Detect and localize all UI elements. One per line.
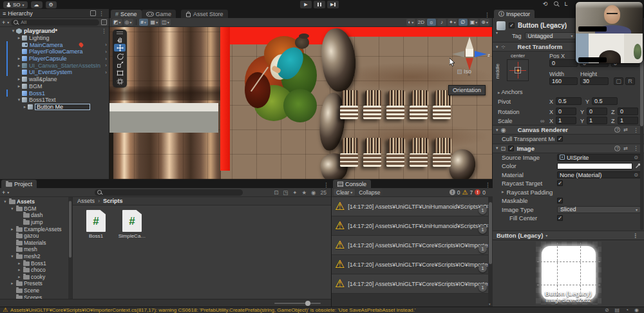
status-icon-collab[interactable]: ◉ — [634, 307, 639, 313]
folder-item-mesh[interactable]: mesh — [0, 246, 72, 253]
gameobject-cube-icon[interactable] — [497, 21, 506, 30]
scene-chair[interactable] — [339, 90, 360, 121]
pause-button[interactable] — [314, 1, 325, 8]
image-component-header[interactable]: ▾ ⊡ ✓ Image ? ⇄ ⋮ — [493, 144, 644, 153]
folder-item-materials[interactable]: Materials — [0, 240, 72, 247]
breadcrumb-assets[interactable]: Assets — [77, 198, 95, 204]
platform-white[interactable] — [109, 103, 218, 111]
drag-handle-icon[interactable] — [117, 32, 123, 34]
help-icon[interactable]: ? — [614, 146, 620, 151]
object-picker-icon[interactable]: ⊙ — [634, 172, 638, 178]
folder-item-scene[interactable]: Scene — [0, 287, 72, 294]
rect-tool-button[interactable] — [114, 69, 126, 77]
gizmo-z-label[interactable]: z — [488, 52, 490, 58]
label-filter-icon[interactable]: ✦ — [292, 189, 297, 196]
hierarchy-item-maincamera[interactable]: MainCamera › — [0, 41, 109, 48]
rename-input[interactable]: Button Me — [35, 104, 90, 110]
scene-visibility-button[interactable]: ∅ — [459, 19, 468, 26]
panel-menu-icon[interactable]: ⋮ — [483, 182, 493, 188]
folder-item-boss1[interactable]: ▸Boss1 — [0, 260, 72, 267]
folder-item-scenes[interactable]: Scenes — [0, 294, 72, 299]
raycast-padding-label[interactable]: Raycast Padding — [507, 189, 560, 196]
hierarchy-item-bgm[interactable]: ▸ BGM — [0, 83, 109, 90]
preview-header[interactable]: Button (Legacy) ▾ ⋮ — [493, 231, 644, 240]
hierarchy-item-boss1text[interactable]: ▾ Boss1Text — [0, 97, 109, 104]
pivot-x-field[interactable]: 0.5 — [556, 97, 582, 105]
hierarchy-item-scene-root[interactable]: ▾ playgraund* ⋮ — [0, 28, 109, 35]
lighting-toggle-button[interactable]: ☼ — [427, 19, 436, 26]
expand-arrow[interactable]: ▸ — [16, 56, 22, 61]
cull-transparent-checkbox[interactable]: ✓ — [557, 136, 563, 142]
console-warning-row[interactable]: ⚠ [14:17:20] Assets¥UniGLTF¥Core¥Scripts… — [332, 255, 493, 274]
camera-settings-button[interactable]: ▣▾ — [469, 19, 479, 26]
package-filter-icon[interactable]: ◳ — [283, 189, 288, 196]
scene-chair[interactable] — [339, 138, 360, 169]
undo-history-icon[interactable]: ⟲ — [543, 1, 548, 7]
hierarchy-item-ui-canvas[interactable]: ▸ UI_Canvas_StarterAssetsIn › — [0, 62, 109, 69]
scene-chair[interactable] — [362, 90, 383, 121]
component-menu-icon[interactable]: ⋮ — [631, 145, 641, 151]
raycast-target-checkbox[interactable]: ✓ — [557, 180, 563, 186]
image-enabled-checkbox[interactable]: ✓ — [508, 146, 514, 151]
cloud-button[interactable]: ☁ — [31, 1, 43, 8]
hand-tool-button[interactable] — [114, 35, 126, 43]
rotation-z-field[interactable]: 0 — [618, 108, 638, 115]
console-warning-row[interactable]: ⚠ [14:17:20] Assets¥UniGLTF¥UniHumanoid¥… — [332, 216, 493, 236]
width-field[interactable]: 160 — [549, 77, 578, 85]
tab-scene[interactable]: # Scene — [111, 10, 142, 18]
tab-inspector[interactable]: i Inspector — [494, 10, 535, 18]
favorites-icon[interactable]: ★ — [301, 189, 307, 196]
tab-console[interactable]: Console — [333, 180, 371, 188]
settings-button[interactable]: ⚙ — [46, 1, 57, 8]
search-by-type-icon[interactable] — [101, 19, 107, 25]
folder-item-exampleassets[interactable]: ▸ExampleAssets — [0, 225, 72, 232]
rotation-x-field[interactable]: 0 — [556, 108, 576, 115]
prefab-chevron-icon[interactable]: › — [105, 56, 107, 62]
help-icon[interactable]: ? — [614, 127, 620, 133]
transform-tool-button[interactable] — [114, 77, 126, 85]
hierarchy-search-input[interactable]: All — [11, 19, 99, 26]
draw-mode-button[interactable]: ◩▾ — [112, 19, 122, 26]
prefab-chevron-icon[interactable]: › — [105, 62, 107, 68]
expand-arrow[interactable]: ▸ — [16, 77, 22, 82]
tab-project[interactable]: Project — [1, 180, 37, 188]
file-simplecamera-script[interactable]: SimpleCa… — [118, 210, 146, 239]
active-checkbox[interactable]: ✓ — [509, 23, 515, 28]
scene-chair[interactable] — [385, 138, 406, 169]
image-type-dropdown[interactable]: Sliced ▾ — [557, 206, 641, 213]
hamburger-icon[interactable]: ≡ — [3, 10, 6, 17]
scene-options-icon[interactable]: ⋮ — [99, 28, 109, 34]
warning-count-icon[interactable]: ⚠ — [462, 189, 468, 196]
foldout-arrow[interactable]: ▾ — [496, 128, 498, 133]
folder-item-bgm[interactable]: ▾BGM — [0, 205, 72, 213]
anchor-preset-button[interactable] — [507, 59, 529, 81]
console-warning-row[interactable]: ⚠ [14:17:20] Assets¥UniGLTF¥UniHumanoid¥… — [332, 197, 493, 216]
object-picker-icon[interactable]: ⊙ — [634, 155, 638, 160]
scale-y-field[interactable]: 1 — [587, 117, 607, 124]
folder-item-dash[interactable]: dash — [0, 212, 72, 219]
hierarchy-item-playerfollowcamera[interactable]: PlayerFollowCamera › — [0, 48, 109, 55]
add-object-button[interactable]: + — [2, 19, 5, 26]
console-scrollbar[interactable]: ▾ — [488, 197, 493, 307]
search-in-icon[interactable]: ⊡ — [274, 189, 278, 196]
magnet-snap-button[interactable]: ◫▾ — [160, 19, 171, 26]
status-icon-cache[interactable]: ⊘ — [605, 307, 609, 313]
grid-snap-button[interactable]: #▾ — [139, 19, 148, 26]
folder-item-gazou[interactable]: gazou — [0, 232, 72, 240]
project-search-input[interactable] — [95, 189, 243, 196]
scale-tool-button[interactable] — [114, 61, 126, 68]
globe-button[interactable]: ◎▾ — [124, 19, 133, 26]
rotation-y-field[interactable]: 0 — [587, 108, 607, 115]
gizmos-button[interactable]: ⊕▾ — [480, 19, 489, 26]
info-count-icon[interactable]: ! — [450, 189, 455, 195]
object-name[interactable]: Button (Legacy) — [518, 22, 567, 29]
expand-arrow[interactable]: ▸ — [16, 84, 22, 89]
hierarchy-item-button-me[interactable]: ▸ Button Me — [0, 104, 109, 111]
fill-center-checkbox[interactable]: ✓ — [557, 215, 563, 221]
add-dropdown-icon[interactable]: ▾ — [7, 20, 9, 24]
expand-arrow[interactable]: ▸ — [16, 35, 22, 41]
hierarchy-item-ui-eventsystem[interactable]: UI_EventSystem › — [0, 69, 109, 76]
folder-item-mesh2[interactable]: ▾mesh2 — [0, 253, 72, 260]
presets-icon[interactable]: ⇄ — [623, 146, 628, 151]
foldout-arrow[interactable]: ▾ — [496, 146, 498, 151]
